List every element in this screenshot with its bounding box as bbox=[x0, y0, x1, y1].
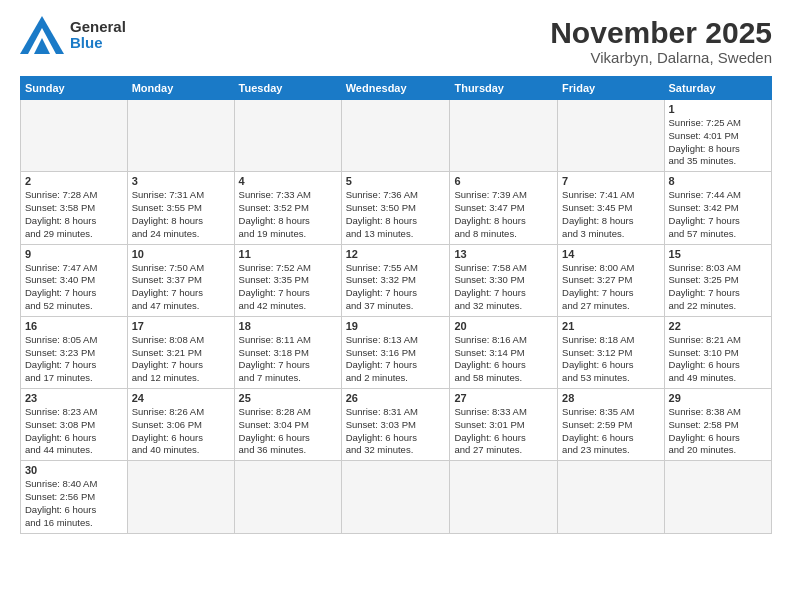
day-info: Sunrise: 8:03 AM Sunset: 3:25 PM Dayligh… bbox=[669, 262, 767, 313]
calendar-cell: 13Sunrise: 7:58 AM Sunset: 3:30 PM Dayli… bbox=[450, 244, 558, 316]
day-number: 12 bbox=[346, 248, 446, 260]
day-number: 14 bbox=[562, 248, 659, 260]
page: General Blue November 2025 Vikarbyn, Dal… bbox=[0, 0, 792, 612]
day-info: Sunrise: 7:52 AM Sunset: 3:35 PM Dayligh… bbox=[239, 262, 337, 313]
calendar-cell: 16Sunrise: 8:05 AM Sunset: 3:23 PM Dayli… bbox=[21, 316, 128, 388]
day-info: Sunrise: 7:41 AM Sunset: 3:45 PM Dayligh… bbox=[562, 189, 659, 240]
weekday-header-tuesday: Tuesday bbox=[234, 77, 341, 100]
calendar-cell bbox=[450, 100, 558, 172]
day-number: 1 bbox=[669, 103, 767, 115]
calendar-cell: 28Sunrise: 8:35 AM Sunset: 2:59 PM Dayli… bbox=[558, 389, 664, 461]
calendar-cell: 6Sunrise: 7:39 AM Sunset: 3:47 PM Daylig… bbox=[450, 172, 558, 244]
day-number: 20 bbox=[454, 320, 553, 332]
day-number: 10 bbox=[132, 248, 230, 260]
day-number: 2 bbox=[25, 175, 123, 187]
calendar-cell: 15Sunrise: 8:03 AM Sunset: 3:25 PM Dayli… bbox=[664, 244, 771, 316]
day-number: 8 bbox=[669, 175, 767, 187]
day-info: Sunrise: 7:28 AM Sunset: 3:58 PM Dayligh… bbox=[25, 189, 123, 240]
weekday-header-friday: Friday bbox=[558, 77, 664, 100]
day-info: Sunrise: 7:58 AM Sunset: 3:30 PM Dayligh… bbox=[454, 262, 553, 313]
calendar-cell bbox=[127, 461, 234, 533]
calendar-week-row: 16Sunrise: 8:05 AM Sunset: 3:23 PM Dayli… bbox=[21, 316, 772, 388]
day-number: 30 bbox=[25, 464, 123, 476]
day-number: 25 bbox=[239, 392, 337, 404]
day-info: Sunrise: 8:00 AM Sunset: 3:27 PM Dayligh… bbox=[562, 262, 659, 313]
calendar-cell: 7Sunrise: 7:41 AM Sunset: 3:45 PM Daylig… bbox=[558, 172, 664, 244]
calendar-cell bbox=[558, 100, 664, 172]
calendar-cell: 14Sunrise: 8:00 AM Sunset: 3:27 PM Dayli… bbox=[558, 244, 664, 316]
calendar-cell: 17Sunrise: 8:08 AM Sunset: 3:21 PM Dayli… bbox=[127, 316, 234, 388]
logo-icon bbox=[20, 16, 64, 54]
day-info: Sunrise: 8:28 AM Sunset: 3:04 PM Dayligh… bbox=[239, 406, 337, 457]
day-info: Sunrise: 7:50 AM Sunset: 3:37 PM Dayligh… bbox=[132, 262, 230, 313]
calendar-week-row: 2Sunrise: 7:28 AM Sunset: 3:58 PM Daylig… bbox=[21, 172, 772, 244]
day-number: 16 bbox=[25, 320, 123, 332]
day-info: Sunrise: 8:35 AM Sunset: 2:59 PM Dayligh… bbox=[562, 406, 659, 457]
calendar-cell: 30Sunrise: 8:40 AM Sunset: 2:56 PM Dayli… bbox=[21, 461, 128, 533]
day-number: 5 bbox=[346, 175, 446, 187]
calendar-cell bbox=[558, 461, 664, 533]
day-number: 13 bbox=[454, 248, 553, 260]
day-info: Sunrise: 7:39 AM Sunset: 3:47 PM Dayligh… bbox=[454, 189, 553, 240]
day-info: Sunrise: 7:33 AM Sunset: 3:52 PM Dayligh… bbox=[239, 189, 337, 240]
day-info: Sunrise: 8:31 AM Sunset: 3:03 PM Dayligh… bbox=[346, 406, 446, 457]
day-number: 7 bbox=[562, 175, 659, 187]
calendar-cell: 19Sunrise: 8:13 AM Sunset: 3:16 PM Dayli… bbox=[341, 316, 450, 388]
weekday-header-row: SundayMondayTuesdayWednesdayThursdayFrid… bbox=[21, 77, 772, 100]
weekday-header-saturday: Saturday bbox=[664, 77, 771, 100]
day-number: 15 bbox=[669, 248, 767, 260]
calendar-cell: 12Sunrise: 7:55 AM Sunset: 3:32 PM Dayli… bbox=[341, 244, 450, 316]
day-number: 21 bbox=[562, 320, 659, 332]
logo-general-text: General bbox=[70, 19, 126, 36]
calendar-cell: 8Sunrise: 7:44 AM Sunset: 3:42 PM Daylig… bbox=[664, 172, 771, 244]
calendar-cell: 26Sunrise: 8:31 AM Sunset: 3:03 PM Dayli… bbox=[341, 389, 450, 461]
day-number: 22 bbox=[669, 320, 767, 332]
day-info: Sunrise: 7:36 AM Sunset: 3:50 PM Dayligh… bbox=[346, 189, 446, 240]
day-number: 29 bbox=[669, 392, 767, 404]
day-info: Sunrise: 8:08 AM Sunset: 3:21 PM Dayligh… bbox=[132, 334, 230, 385]
day-info: Sunrise: 8:11 AM Sunset: 3:18 PM Dayligh… bbox=[239, 334, 337, 385]
calendar-cell: 1Sunrise: 7:25 AM Sunset: 4:01 PM Daylig… bbox=[664, 100, 771, 172]
day-info: Sunrise: 8:16 AM Sunset: 3:14 PM Dayligh… bbox=[454, 334, 553, 385]
calendar-cell bbox=[341, 461, 450, 533]
day-info: Sunrise: 8:23 AM Sunset: 3:08 PM Dayligh… bbox=[25, 406, 123, 457]
day-number: 4 bbox=[239, 175, 337, 187]
calendar-cell bbox=[234, 461, 341, 533]
calendar-cell bbox=[664, 461, 771, 533]
calendar-cell: 5Sunrise: 7:36 AM Sunset: 3:50 PM Daylig… bbox=[341, 172, 450, 244]
day-number: 6 bbox=[454, 175, 553, 187]
day-number: 19 bbox=[346, 320, 446, 332]
calendar-cell: 20Sunrise: 8:16 AM Sunset: 3:14 PM Dayli… bbox=[450, 316, 558, 388]
day-info: Sunrise: 8:18 AM Sunset: 3:12 PM Dayligh… bbox=[562, 334, 659, 385]
day-info: Sunrise: 8:38 AM Sunset: 2:58 PM Dayligh… bbox=[669, 406, 767, 457]
calendar-cell bbox=[21, 100, 128, 172]
day-info: Sunrise: 8:26 AM Sunset: 3:06 PM Dayligh… bbox=[132, 406, 230, 457]
day-number: 11 bbox=[239, 248, 337, 260]
weekday-header-sunday: Sunday bbox=[21, 77, 128, 100]
day-info: Sunrise: 7:44 AM Sunset: 3:42 PM Dayligh… bbox=[669, 189, 767, 240]
weekday-header-monday: Monday bbox=[127, 77, 234, 100]
calendar-week-row: 30Sunrise: 8:40 AM Sunset: 2:56 PM Dayli… bbox=[21, 461, 772, 533]
calendar-cell bbox=[127, 100, 234, 172]
calendar-cell: 4Sunrise: 7:33 AM Sunset: 3:52 PM Daylig… bbox=[234, 172, 341, 244]
location-subtitle: Vikarbyn, Dalarna, Sweden bbox=[550, 49, 772, 66]
calendar-week-row: 23Sunrise: 8:23 AM Sunset: 3:08 PM Dayli… bbox=[21, 389, 772, 461]
calendar-cell: 24Sunrise: 8:26 AM Sunset: 3:06 PM Dayli… bbox=[127, 389, 234, 461]
day-number: 17 bbox=[132, 320, 230, 332]
calendar-cell: 2Sunrise: 7:28 AM Sunset: 3:58 PM Daylig… bbox=[21, 172, 128, 244]
calendar-week-row: 1Sunrise: 7:25 AM Sunset: 4:01 PM Daylig… bbox=[21, 100, 772, 172]
month-title: November 2025 bbox=[550, 16, 772, 49]
logo-text: General Blue bbox=[70, 19, 126, 52]
title-area: November 2025 Vikarbyn, Dalarna, Sweden bbox=[550, 16, 772, 66]
day-number: 28 bbox=[562, 392, 659, 404]
calendar-cell: 10Sunrise: 7:50 AM Sunset: 3:37 PM Dayli… bbox=[127, 244, 234, 316]
day-info: Sunrise: 8:40 AM Sunset: 2:56 PM Dayligh… bbox=[25, 478, 123, 529]
calendar-cell: 25Sunrise: 8:28 AM Sunset: 3:04 PM Dayli… bbox=[234, 389, 341, 461]
day-info: Sunrise: 8:21 AM Sunset: 3:10 PM Dayligh… bbox=[669, 334, 767, 385]
day-info: Sunrise: 7:47 AM Sunset: 3:40 PM Dayligh… bbox=[25, 262, 123, 313]
calendar-table: SundayMondayTuesdayWednesdayThursdayFrid… bbox=[20, 76, 772, 534]
logo: General Blue bbox=[20, 16, 126, 54]
day-info: Sunrise: 7:25 AM Sunset: 4:01 PM Dayligh… bbox=[669, 117, 767, 168]
day-info: Sunrise: 8:33 AM Sunset: 3:01 PM Dayligh… bbox=[454, 406, 553, 457]
day-number: 3 bbox=[132, 175, 230, 187]
